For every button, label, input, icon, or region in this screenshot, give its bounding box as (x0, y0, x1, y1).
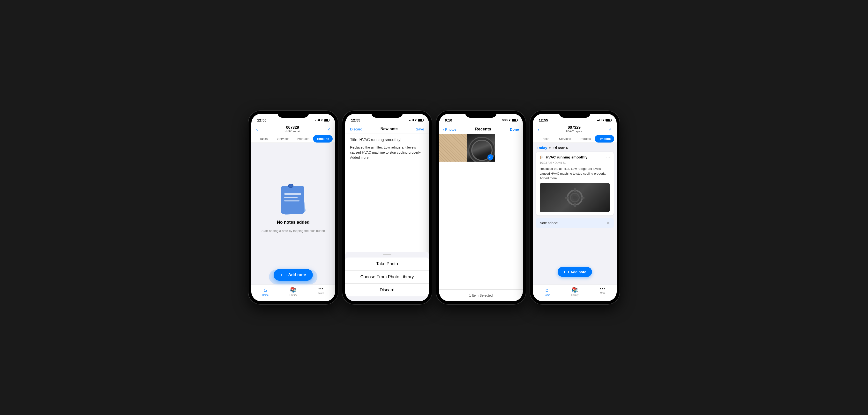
phone-1-inner: 12:55 ▾ ‹ 007329 (251, 114, 335, 301)
bottom-tab-more-1[interactable]: ••• More (307, 287, 335, 297)
take-photo-btn[interactable]: Take Photo (345, 257, 429, 271)
note-body-text-2[interactable]: Replaced the air filter. Low refrigerant… (350, 145, 424, 160)
signal-bars-2 (409, 119, 414, 121)
time-1: 12:55 (257, 118, 266, 122)
battery-1 (324, 119, 329, 122)
bar2-4 (598, 120, 599, 121)
bar3 (318, 119, 319, 121)
tab-bar-1: Tasks Services Products Timeline (251, 135, 335, 143)
home-icon-1: ⌂ (264, 287, 267, 293)
photos-back-label: Photos (445, 127, 457, 131)
bottom-tab-library-4[interactable]: 📚 Library (561, 287, 589, 297)
more-icon-1: ••• (318, 287, 324, 291)
bar4-2 (413, 119, 414, 121)
wifi-icon-2: ▾ (415, 118, 416, 122)
library-label-1: Library (289, 294, 297, 297)
note-nav-title-2: New note (380, 127, 398, 131)
empty-illustration (275, 179, 311, 215)
battery-fill-3 (512, 119, 516, 121)
phone-2-inner: 12:55 ▾ Discard New note (345, 114, 429, 301)
action-items-container: Take Photo Choose From Photo Library Dis… (345, 257, 429, 297)
toast-close-btn[interactable]: ✕ (607, 221, 610, 226)
nav-subtitle-1: HVAC repair (284, 130, 301, 133)
bar2-2 (410, 120, 411, 121)
add-note-btn-container: + + Add note (533, 267, 617, 284)
tab-services-1[interactable]: Services (274, 135, 293, 142)
chevron-left-icon: ‹ (443, 127, 444, 131)
tab-products-1[interactable]: Products (293, 135, 313, 142)
empty-subtitle-1: Start adding a note by tapping the plus … (261, 229, 325, 233)
photos-back-btn[interactable]: ‹ Photos (443, 127, 457, 131)
photo-thumb-1[interactable] (439, 134, 467, 162)
note-title-input-2[interactable]: Title: HVAC running smoothly| (350, 138, 424, 142)
choose-photo-btn[interactable]: Choose From Photo Library (345, 271, 429, 284)
nav-action-1[interactable]: ⤢ (327, 127, 330, 131)
back-button-4[interactable]: ‹ (538, 127, 539, 132)
note-card-title-4: HVAC running smoothly (546, 155, 587, 159)
battery-fill-1 (324, 119, 328, 121)
time-4: 12:55 (539, 118, 548, 122)
bar2 (317, 120, 317, 121)
tab-timeline-1[interactable]: Timeline (313, 135, 333, 142)
back-button-1[interactable]: ‹ (256, 127, 258, 132)
more-label-4: More (600, 292, 606, 295)
battery-fill-4 (606, 119, 610, 121)
add-note-area-4: + + Add note (533, 267, 617, 284)
svg-rect-2 (281, 186, 304, 214)
tab-timeline-4[interactable]: Timeline (595, 135, 615, 142)
bottom-tab-more-4[interactable]: ••• More (589, 287, 617, 297)
bar3-2 (412, 119, 412, 121)
add-note-button-1[interactable]: + + Add note (274, 269, 313, 281)
save-button-2[interactable]: Save (416, 127, 424, 131)
note-card-body: Replaced the air filter. Low refrigerant… (540, 166, 610, 181)
screen4-content: Today Fri Mar 4 📋 HVAC running smoothly … (533, 143, 617, 267)
discard-button-2[interactable]: Discard (350, 127, 362, 131)
bottom-tab-home-1[interactable]: ⌂ Home (251, 287, 279, 297)
bar1 (315, 120, 316, 121)
bar1-4 (597, 120, 598, 121)
notch-1 (277, 111, 309, 118)
nav-header-1: ‹ 007329 HVAC repair ⤢ (251, 125, 335, 135)
tab-services-4[interactable]: Services (555, 135, 575, 142)
nav-subtitle-4: HVAC repair (566, 130, 582, 133)
bottom-tab-library-1[interactable]: 📚 Library (279, 287, 307, 297)
bottom-tab-home-4[interactable]: ⌂ Home (533, 287, 561, 297)
plus-icon-1: + (280, 273, 283, 277)
nav-action-4[interactable]: ⤢ (609, 127, 612, 131)
discard-photo-btn[interactable]: Discard (345, 284, 429, 297)
signal-bars-4 (597, 119, 601, 121)
battery-2 (418, 119, 423, 122)
empty-state-1: No notes added Start adding a note by ta… (251, 143, 335, 269)
svg-rect-12 (574, 188, 576, 192)
nav-title-block-4: 007329 HVAC repair (566, 125, 582, 133)
add-note-button-4[interactable]: + + Add note (558, 267, 592, 277)
notch-2 (371, 111, 403, 118)
more-options-btn[interactable]: ··· (606, 155, 610, 160)
tab-tasks-4[interactable]: Tasks (535, 135, 555, 142)
done-button-3[interactable]: Done (510, 127, 519, 131)
battery-fill-2 (418, 119, 422, 121)
note-card-header: 📋 HVAC running smoothly ··· (540, 155, 610, 160)
svg-rect-13 (574, 203, 576, 207)
wifi-icon-1: ▾ (321, 118, 323, 122)
tab-products-4[interactable]: Products (575, 135, 595, 142)
wifi-icon-3: ▾ (509, 118, 510, 122)
fabric-image (439, 134, 467, 162)
note-card-title-row: 📋 HVAC running smoothly (540, 155, 587, 159)
library-icon-4: 📚 (571, 287, 578, 293)
svg-rect-5 (284, 197, 298, 198)
svg-rect-10 (565, 197, 569, 199)
notch-4 (559, 111, 591, 118)
phone-3-inner: 9:10 SOS ▾ ‹ Photos Recents Done (439, 114, 523, 301)
sheet-handle (383, 254, 392, 254)
note-card-meta: 10:03 AM • David So (540, 161, 610, 165)
tab-tasks-1[interactable]: Tasks (254, 135, 274, 142)
timeline-date-4: Today Fri Mar 4 (533, 143, 617, 152)
library-label-4: Library (571, 294, 579, 297)
timeline-dot (549, 147, 551, 148)
photo-nav-3: ‹ Photos Recents Done (439, 125, 523, 134)
phone-2: 12:55 ▾ Discard New note (342, 111, 432, 304)
note-body-2: Title: HVAC running smoothly| Replaced t… (345, 134, 429, 262)
nav-title-block-1: 007329 HVAC repair (284, 125, 301, 133)
photo-thumb-2[interactable]: ✓ (467, 134, 495, 162)
